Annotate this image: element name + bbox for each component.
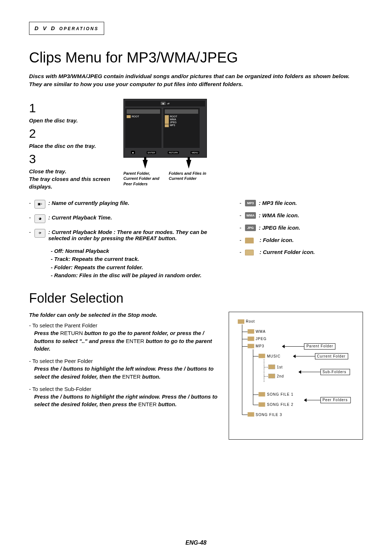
sub-folder-title: To select the Sub-Folder [34,386,218,392]
peer-folder-group: To select the Peer Folder Press the / bu… [29,358,218,381]
tree-sf1: SONG FILE 1 [267,392,294,396]
mp3-icon: MP3 [245,200,256,206]
screen-bottom-bar: ◆ ENTER RETURN MENU [125,149,205,156]
svg-rect-13 [248,329,254,334]
legend-area: - ▣≡ : Name of currently playing file. -… [29,200,363,280]
legend-playback-mode: - ⟳ : Current Playback Mode : There are … [29,229,221,241]
svg-rect-16 [258,354,265,358]
legend-left-column: - ▣≡ : Name of currently playing file. -… [29,200,221,280]
repeat-icon: ⟳ [34,229,45,238]
screen-right-pane: ROOT WMA JPEG MP3 [163,108,200,148]
folder-selection-row: The folder can only be selected in the S… [29,312,363,440]
step-2-desc: Place the disc on the tray. [29,142,113,150]
svg-rect-18 [269,374,275,378]
peer-folder-title: To select the Peer Folder [34,358,218,364]
steps-column: 1 Open the disc tray. 2 Place the disc o… [29,99,113,190]
playback-mode-list: Off: Normal Playback Track: Repeats the … [51,247,221,280]
legend-playback-time: - ◕ : Current Playback Time. [29,214,221,223]
sub-folder-body: Press the / buttons to highlight the rig… [34,393,218,409]
tree-sf3: SONG FILE 3 [256,412,282,416]
page-title: Clips Menu for MP3/WMA/JPEG [29,49,363,66]
tree-wma: WMA [256,330,266,334]
parent-folder-title: To select the Parent Folder [34,322,218,328]
step-1-desc: Open the disc tray. [29,117,113,124]
label-peer: Peer Folders [322,398,348,402]
arrow-down-icon [143,160,148,169]
svg-rect-12 [238,319,244,324]
svg-rect-14 [248,336,254,341]
mode-track: Track: Repeats the current track. [51,255,221,263]
clock-icon: ◕ [34,214,45,223]
parent-folder-group: To select the Parent Folder Press the RE… [29,322,218,353]
jpg-icon: JPG [245,225,256,231]
legend-wma-icon: - WMA : WMA file icon. [240,212,363,219]
legend-right-column: - MP3 : MP3 file icon. - WMA : WMA file … [240,200,363,280]
intro-paragraph: Discs with MP3/WMA/JPEG contain individu… [29,72,363,89]
tree-music: MUSIC [267,354,281,358]
svg-rect-15 [248,344,254,348]
label-current: Current Folder [317,354,346,358]
mode-off: Off: Normal Playback [51,247,221,255]
tree-1st: 1st [277,365,283,369]
folder-icon [245,238,254,243]
tree-mp3: MP3 [256,344,264,348]
svg-marker-23 [282,345,285,348]
ui-screenshot: ◉ off ROOT ROOT WMA JPEG MP3 ◆ ENTER [123,99,207,158]
svg-marker-32 [304,399,306,401]
svg-rect-19 [258,392,265,396]
svg-marker-29 [299,371,301,374]
caption-right: Folders and Files in Current Folder [169,171,211,186]
caption-left: Parent Folder, Current Folder and Peer F… [123,171,165,186]
label-parent: Parent Folder [306,344,333,348]
legend-folder-icon: - : Folder icon. [240,237,363,243]
arrows-row [123,160,211,169]
svg-rect-17 [269,365,275,369]
folder-tree-diagram: Root WMA JPEG MP3 MUSIC 1st 2nd SONG FIL… [229,312,363,440]
legend-jpeg-icon: - JPG : JPEG file icon. [240,225,363,231]
screen-top-bar: ◉ off [125,101,205,106]
step-2-number: 2 [29,126,113,141]
label-sub: Sub-Folders [322,370,346,374]
tree-sf2: SONG FILE 2 [267,403,294,407]
steps-and-screen: 1 Open the disc tray. 2 Place the disc o… [29,99,363,190]
tree-root: Root [246,319,255,323]
legend-mp3-icon: - MP3 : MP3 file icon. [240,200,363,206]
peer-folder-body: Press the / buttons to highlight the lef… [34,365,218,381]
tree-2nd: 2nd [277,374,284,378]
step-1-number: 1 [29,101,113,115]
screen-left-pane: ROOT [125,108,162,148]
arrow-down-icon [186,160,191,169]
legend-current-folder-icon: - : Current Folder icon. [240,249,363,255]
mode-random: Random: Files in the disc will be played… [51,271,221,280]
svg-rect-20 [258,402,265,407]
svg-marker-26 [293,355,295,358]
tree-jpeg: JPEG [256,337,266,341]
tree-svg: Root WMA JPEG MP3 MUSIC 1st 2nd SONG FIL… [235,318,359,428]
parent-folder-body: Press the RETURN button to go the to par… [34,329,218,353]
screen-column: ◉ off ROOT ROOT WMA JPEG MP3 ◆ ENTER [123,99,211,186]
step-3-number: 3 [29,152,113,166]
mode-folder: Folder: Repeats the current folder. [51,263,221,272]
playing-file-icon: ▣≡ [34,200,45,209]
section-header: D V D OPERATIONS [29,22,104,35]
arrow-captions: Parent Folder, Current Folder and Peer F… [123,171,211,186]
step-3-desc: Close the tray. The tray closes and this… [29,167,113,190]
header-text: D V D OPERATIONS [34,25,99,31]
page-number: ENG-48 [185,540,207,546]
current-folder-icon [245,250,254,255]
section-title-folder-selection: Folder Selection [29,291,363,306]
legend-playing-file: - ▣≡ : Name of currently playing file. [29,200,221,209]
folder-selection-text: The folder can only be selected in the S… [29,312,218,440]
stop-mode-note: The folder can only be selected in the S… [29,312,218,318]
svg-rect-21 [248,412,254,416]
sub-folder-group: To select the Sub-Folder Press the / but… [29,386,218,409]
wma-icon: WMA [245,212,256,219]
